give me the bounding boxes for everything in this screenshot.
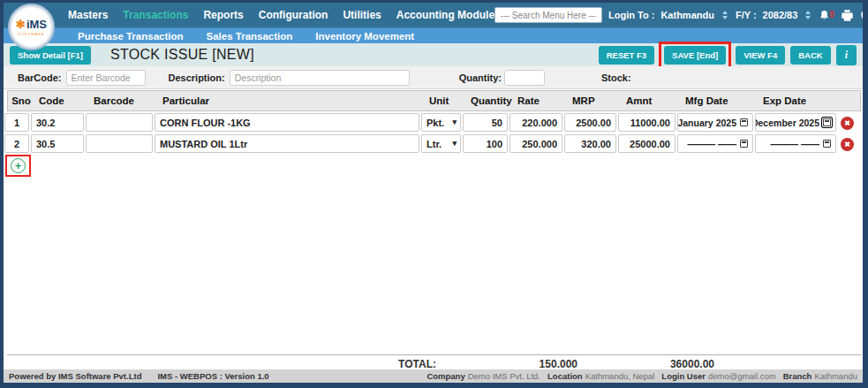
table-row: 1 30.2 CORN FLOUR -1KG Pkt. ▾ 50 220.000… [4,112,857,133]
menu-item-reports[interactable]: Reports [203,9,243,21]
mrp-cell[interactable]: 2500.00 [564,113,616,132]
ims-logo: ✱ iMS SOFTWARE [8,4,55,50]
mfg-date-field[interactable]: January 2025 [677,113,753,132]
mfg-date-value: ——— —— [688,139,736,149]
print-icon[interactable] [841,9,854,22]
total-row: TOTAL: 150.000 36000.00 [7,354,861,370]
reset-button[interactable]: RESET F3 [599,46,654,65]
view-button[interactable]: VIEW F4 [736,46,785,65]
header-barcode: Barcode [89,95,158,106]
status-footer: Powered by IMS Software Pvt.Ltd IMS - WE… [4,369,863,383]
header-sno: Sno [8,95,34,106]
company-value: Demo IMS Pvt. Ltd. [468,371,540,381]
menu-item-configuration[interactable]: Configuration [259,9,328,21]
toolbar-actions: RESET F3 SAVE [End] VIEW F4 BACK i [599,45,857,65]
notification-bell-icon[interactable]: 0 [819,10,834,21]
add-row-button[interactable]: + [11,158,26,173]
header-code: Code [34,95,89,106]
code-cell[interactable]: 30.5 [31,134,84,153]
user-profile-icon[interactable] [860,8,868,22]
header-mrp: MRP [568,95,622,106]
header-amnt: Amnt [622,95,681,106]
amnt-cell[interactable]: 25000.00 [618,134,676,153]
exp-date-value: December 2025 [755,118,819,128]
annotation-highlight-add: + [5,155,31,177]
header-rate: Rate [513,95,568,106]
info-button[interactable]: i [836,45,857,65]
stock-label: Stock: [601,72,631,83]
save-button[interactable]: SAVE [End] [664,46,726,65]
total-quantity: 150.000 [498,358,577,370]
particular-cell[interactable]: MUSTARD OIL 1Ltr [155,134,419,153]
barcode-input[interactable] [66,70,146,86]
menu-item-accounting-module[interactable]: Accounting Module [396,9,494,21]
barcode-cell[interactable] [86,134,153,153]
top-navbar: ✱ iMS SOFTWARE Masters Transactions Repo… [4,3,863,27]
menu-item-transactions[interactable]: Transactions [123,9,188,21]
delete-row-button[interactable]: ✖ [841,138,854,151]
chevron-down-icon: ▾ [452,140,457,148]
sub-navbar: Purchase Transaction Sales Transaction I… [4,27,863,43]
calendar-icon[interactable] [823,140,831,148]
delete-row-button[interactable]: ✖ [841,117,854,130]
quantity-label: Quantity: [459,72,502,83]
sno-cell: 2 [4,134,29,153]
fiscal-year-value[interactable]: 2082/83 [763,10,798,20]
subnav-purchase-transaction[interactable]: Purchase Transaction [78,31,184,42]
header-quantity: Quantity [466,95,513,106]
subnav-sales-transaction[interactable]: Sales Transaction [207,31,293,42]
menu-item-masters[interactable]: Masters [68,9,108,21]
notification-count-badge: 0 [829,10,834,19]
unit-value: Ltr. [426,139,442,149]
quantity-cell[interactable]: 100 [463,134,508,153]
exp-date-field[interactable]: December 2025 [755,113,836,132]
amnt-cell[interactable]: 11000.00 [618,113,676,132]
branch-value: Kathmandu [814,371,857,381]
calendar-icon[interactable] [740,118,748,126]
login-to-value[interactable]: Kathmandu [660,10,714,20]
unit-select[interactable]: Pkt. ▾ [421,113,461,132]
mfg-date-value: January 2025 [677,118,736,128]
exp-date-field[interactable]: ——— —— [755,134,836,153]
fiscal-year-label: F/Y : [736,10,757,20]
description-input[interactable] [230,70,410,86]
quantity-cell[interactable]: 50 [463,113,508,132]
navbar-right: Login To : Kathmandu F/Y : 2082/83 0 [494,7,868,23]
logo-brand-text: iMS [26,18,47,31]
exp-date-value: ——— —— [771,139,819,149]
rate-cell[interactable]: 220.000 [509,113,562,132]
total-amount: 36000.00 [635,358,714,370]
description-label: Description: [169,72,225,83]
powered-by-text: Powered by IMS Software Pvt.Ltd [9,371,141,381]
header-mfg-date: Mfg Date [681,95,759,106]
back-button[interactable]: BACK [790,46,830,65]
calendar-icon[interactable] [823,118,831,126]
chevron-down-icon: ▾ [452,118,457,126]
subnav-inventory-movement[interactable]: Inventory Movement [315,31,414,42]
quantity-input[interactable] [504,70,545,86]
rate-cell[interactable]: 250.000 [509,134,562,153]
app-window: ✱ iMS SOFTWARE Masters Transactions Repo… [0,0,868,388]
calendar-icon[interactable] [740,140,748,148]
total-label: TOTAL: [374,358,436,370]
search-input[interactable] [494,7,602,23]
mfg-date-field[interactable]: ——— —— [677,134,753,153]
barcode-cell[interactable] [86,113,153,132]
logo-sub-text: SOFTWARE [18,32,45,36]
login-user-value: demo@gmail.com [708,371,776,381]
unit-value: Pkt. [426,118,444,128]
mrp-cell[interactable]: 320.00 [564,134,616,153]
footer-session-info: Company Demo IMS Pvt. Ltd. Location Kath… [426,371,857,381]
code-cell[interactable]: 30.2 [31,113,84,132]
items-table-header: Sno Code Barcode Particular Unit Quantit… [7,90,861,111]
unit-select[interactable]: Ltr. ▾ [421,134,461,153]
particular-cell[interactable]: CORN FLOUR -1KG [155,113,419,132]
page-title: STOCK ISSUE [NEW] [110,47,254,63]
main-menu: Masters Transactions Reports Configurati… [68,9,494,21]
header-unit: Unit [425,95,466,106]
updown-chevron-icon[interactable] [722,11,728,19]
updown-chevron-icon[interactable] [805,11,811,19]
menu-item-utilities[interactable]: Utilities [343,9,381,21]
login-to-label: Login To : [608,10,654,20]
header-particular: Particular [158,95,425,106]
